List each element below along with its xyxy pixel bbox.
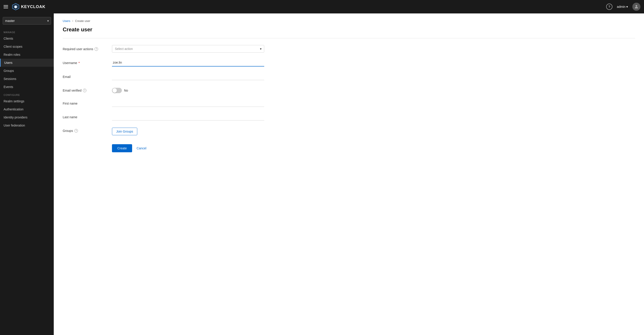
email-input[interactable] bbox=[112, 73, 264, 80]
avatar[interactable] bbox=[632, 3, 640, 11]
breadcrumb-current: Create user bbox=[75, 19, 90, 22]
join-groups-button[interactable]: Join Groups bbox=[112, 128, 137, 135]
email-verified-row: Email verified ? No bbox=[63, 86, 264, 93]
sidebar-item-authentication[interactable]: Authentication bbox=[0, 105, 54, 113]
sidebar-item-user-federation[interactable]: User federation bbox=[0, 121, 54, 130]
breadcrumb-users-link[interactable]: Users bbox=[63, 19, 70, 22]
divider bbox=[63, 38, 635, 38]
last-name-row: Last name bbox=[63, 113, 264, 120]
required-user-actions-control: Select action bbox=[112, 45, 264, 52]
required-user-actions-row: Required user actions ? Select action bbox=[63, 45, 264, 52]
hamburger-menu[interactable] bbox=[4, 5, 8, 8]
sidebar-item-events[interactable]: Events bbox=[0, 83, 54, 91]
sidebar-item-client-scopes[interactable]: Client scopes bbox=[0, 42, 54, 50]
sidebar-item-realm-roles[interactable]: Realm roles bbox=[0, 50, 54, 59]
realm-selector[interactable]: master bbox=[3, 17, 51, 25]
breadcrumb: Users › Create user bbox=[63, 19, 635, 23]
realm-dropdown[interactable]: master bbox=[3, 17, 51, 25]
email-row: Email bbox=[63, 73, 264, 80]
username-row: Username * bbox=[63, 59, 264, 66]
logo: KEYCLOAK bbox=[12, 3, 46, 11]
sidebar-item-sessions[interactable]: Sessions bbox=[0, 75, 54, 83]
sidebar: master Manage Clients Client scopes Real… bbox=[0, 14, 54, 335]
email-label: Email bbox=[63, 73, 108, 78]
admin-menu[interactable]: admin ▾ bbox=[617, 5, 628, 8]
groups-control: Join Groups bbox=[112, 127, 264, 135]
groups-label: Groups ? bbox=[63, 127, 108, 132]
email-verified-control: No bbox=[112, 86, 264, 93]
email-verified-state-label: No bbox=[124, 89, 128, 92]
breadcrumb-separator: › bbox=[72, 19, 73, 23]
username-required-star: * bbox=[78, 61, 80, 65]
first-name-row: First name bbox=[63, 100, 264, 107]
first-name-input[interactable] bbox=[112, 100, 264, 107]
configure-section-label: Configure bbox=[0, 91, 54, 97]
required-user-actions-select[interactable]: Select action bbox=[112, 45, 264, 52]
manage-section-label: Manage bbox=[0, 28, 54, 34]
svg-point-3 bbox=[636, 5, 637, 7]
required-user-actions-label: Required user actions ? bbox=[63, 45, 108, 51]
email-verified-help-icon[interactable]: ? bbox=[83, 89, 86, 92]
groups-row: Groups ? Join Groups bbox=[63, 127, 264, 135]
topnav: KEYCLOAK ? admin ▾ bbox=[0, 0, 644, 14]
email-verified-toggle[interactable] bbox=[112, 88, 122, 93]
required-user-actions-help-icon[interactable]: ? bbox=[94, 47, 98, 51]
create-button[interactable]: Create bbox=[112, 144, 132, 152]
create-user-form: Required user actions ? Select action Us… bbox=[63, 45, 264, 152]
last-name-input[interactable] bbox=[112, 113, 264, 120]
username-label: Username * bbox=[63, 59, 108, 65]
username-control bbox=[112, 59, 264, 66]
topnav-right: ? admin ▾ bbox=[606, 3, 640, 11]
first-name-control bbox=[112, 100, 264, 107]
sidebar-item-groups[interactable]: Groups bbox=[0, 67, 54, 75]
email-control bbox=[112, 73, 264, 80]
toggle-thumb bbox=[112, 88, 117, 93]
cancel-button[interactable]: Cancel bbox=[136, 146, 146, 150]
form-actions: Create Cancel bbox=[112, 144, 264, 152]
first-name-label: First name bbox=[63, 100, 108, 105]
page-title: Create user bbox=[63, 26, 635, 33]
username-input[interactable] bbox=[112, 59, 264, 66]
groups-help-icon[interactable]: ? bbox=[74, 129, 78, 132]
sidebar-item-identity-providers[interactable]: Identity providers bbox=[0, 113, 54, 121]
last-name-control bbox=[112, 113, 264, 120]
brand-name: KEYCLOAK bbox=[21, 4, 46, 9]
sidebar-item-realm-settings[interactable]: Realm settings bbox=[0, 97, 54, 105]
help-icon[interactable]: ? bbox=[606, 4, 612, 10]
email-verified-label: Email verified ? bbox=[63, 86, 108, 92]
last-name-label: Last name bbox=[63, 113, 108, 119]
main-content: Users › Create user Create user Required… bbox=[54, 14, 644, 335]
email-verified-toggle-wrap: No bbox=[112, 86, 264, 93]
sidebar-item-users[interactable]: Users bbox=[0, 59, 54, 67]
sidebar-item-clients[interactable]: Clients bbox=[0, 34, 54, 42]
